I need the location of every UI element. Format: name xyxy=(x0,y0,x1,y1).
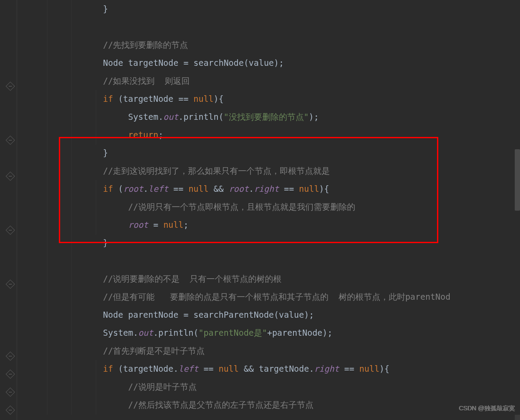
indent-guide xyxy=(71,0,72,420)
indent-guide xyxy=(47,0,47,420)
fold-toggle-icon[interactable] xyxy=(6,352,15,361)
code-line: //说明是叶子节点 xyxy=(28,378,520,396)
fold-toggle-icon[interactable] xyxy=(6,82,15,91)
scrollbar-thumb[interactable] xyxy=(515,149,520,211)
code-line: if (targetNode == null){ xyxy=(28,90,520,108)
code-lines: } //先找到要删除的节点 Node targetNode = searchNo… xyxy=(28,0,520,420)
watermark-text: CSDN @独孤敲寂寞 xyxy=(459,399,515,417)
code-line: if (targetNode.left == null && targetNod… xyxy=(28,360,520,378)
scrollbar-vertical[interactable] xyxy=(515,0,520,415)
fold-toggle-icon[interactable] xyxy=(6,280,15,289)
code-line: //如果没找到 则返回 xyxy=(28,72,520,90)
code-line: //说明只有一个节点即根节点，且根节点就是我们需要删除的 xyxy=(28,198,520,216)
code-line: System.out.println("parentNode是"+parentN… xyxy=(28,324,520,342)
code-line: //先找到要删除的节点 xyxy=(28,36,520,54)
code-line: } xyxy=(28,0,520,18)
code-line: //但是有可能 要删除的点是只有一个根节点和其子节点的 树的根节点，此时pare… xyxy=(28,288,520,306)
editor-content-area[interactable]: } //先找到要删除的节点 Node targetNode = searchNo… xyxy=(17,0,520,420)
code-line: //说明要删除的不是 只有一个根节点的树的根 xyxy=(28,270,520,288)
code-line: Node parentNode = searchParentNode(value… xyxy=(28,306,520,324)
code-line: System.out.println("没找到要删除的节点"); xyxy=(28,108,520,126)
indent-guide xyxy=(96,90,96,145)
fold-toggle-icon[interactable] xyxy=(6,388,15,397)
code-line: //走到这说明找到了，那么如果只有一个节点，即根节点就是 xyxy=(28,162,520,180)
scrollbar-corner xyxy=(515,415,520,420)
fold-toggle-icon[interactable] xyxy=(6,172,15,181)
fold-toggle-icon[interactable] xyxy=(6,136,15,145)
code-line: } xyxy=(28,234,520,252)
fold-gutter xyxy=(0,0,17,420)
indent-guide xyxy=(96,360,96,420)
code-line: } xyxy=(28,144,520,162)
code-line: return; xyxy=(28,126,520,144)
fold-toggle-icon[interactable] xyxy=(6,370,15,379)
fold-toggle-icon[interactable] xyxy=(6,406,15,415)
scrollbar-horizontal[interactable] xyxy=(17,415,515,420)
code-line xyxy=(28,252,520,270)
indent-guide xyxy=(96,180,96,235)
code-line: root = null; xyxy=(28,216,520,234)
code-line: if (root.left == null && root.right == n… xyxy=(28,180,520,198)
code-editor[interactable]: } //先找到要删除的节点 Node targetNode = searchNo… xyxy=(0,0,520,420)
code-line: //首先判断是不是叶子节点 xyxy=(28,342,520,360)
fold-toggle-icon[interactable] xyxy=(6,226,15,235)
code-line: Node targetNode = searchNode(value); xyxy=(28,54,520,72)
code-line: //然后找该节点是父节点的左子节点还是右子节点 xyxy=(28,396,520,414)
code-line xyxy=(28,18,520,36)
